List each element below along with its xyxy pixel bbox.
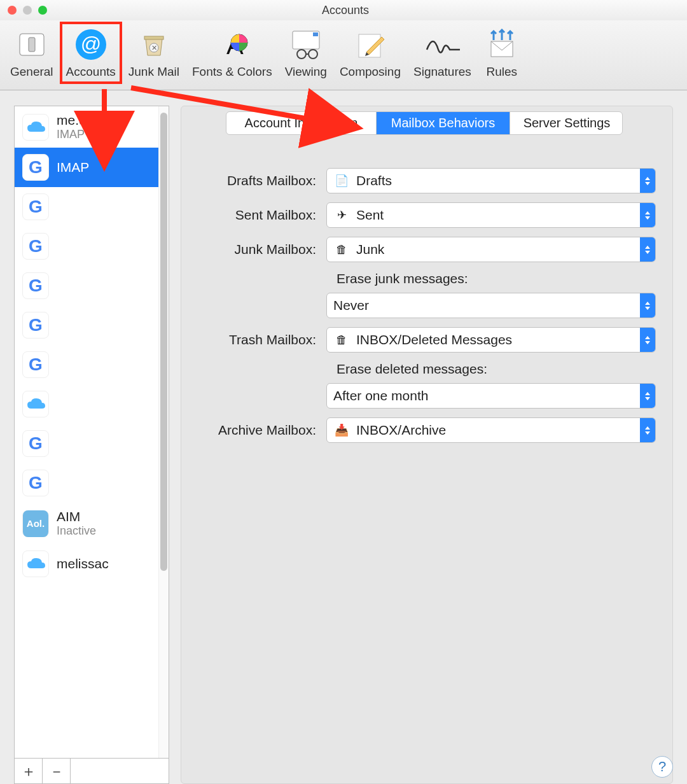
select-arrows-icon	[640, 203, 655, 227]
tab-account-information[interactable]: Account Information	[226, 112, 377, 134]
account-row[interactable]: GIMAP	[15, 148, 169, 187]
drafts-folder-icon: 📄	[333, 172, 350, 189]
drafts-label: Drafts Mailbox:	[193, 173, 326, 188]
select-arrows-icon	[640, 418, 655, 442]
trash-folder-icon: 🗑	[333, 332, 350, 348]
svg-text:@: @	[80, 32, 101, 55]
archive-label: Archive Mailbox:	[193, 423, 326, 438]
rules-icon	[484, 27, 520, 62]
account-row[interactable]: G	[15, 266, 169, 305]
prefs-toolbar: General @ Accounts ✕ Junk Mail A Fonts &…	[0, 20, 687, 90]
tab-mailbox-behaviors[interactable]: Mailbox Behaviors	[377, 112, 510, 134]
junk-label: Junk Mailbox:	[193, 242, 326, 257]
toolbar-accounts[interactable]: @ Accounts	[61, 23, 121, 83]
account-row[interactable]: Aol.AIMInactive	[15, 503, 169, 544]
google-icon: G	[22, 272, 49, 299]
toolbar-fonts-label: Fonts & Colors	[192, 65, 272, 79]
svg-rect-1	[29, 38, 35, 52]
fonts-colors-icon: A	[214, 27, 250, 62]
account-row[interactable]: melissac	[15, 544, 169, 584]
sent-label: Sent Mailbox:	[193, 207, 326, 223]
toolbar-rules[interactable]: Rules	[479, 23, 525, 83]
archive-folder-icon: 📥	[333, 422, 350, 438]
toolbar-accounts-label: Accounts	[66, 65, 116, 79]
account-row[interactable]: G	[15, 305, 169, 345]
toolbar-signatures[interactable]: Signatures	[408, 23, 476, 83]
account-row[interactable]: me.comIMAP	[15, 106, 169, 148]
zoom-window-button[interactable]	[38, 6, 47, 15]
svg-point-11	[297, 50, 306, 59]
google-icon: G	[22, 430, 49, 457]
svg-point-12	[309, 50, 317, 59]
svg-rect-4	[144, 36, 163, 39]
scrollbar-thumb[interactable]	[160, 113, 167, 571]
signature-icon	[424, 27, 460, 62]
help-button[interactable]: ?	[651, 756, 673, 778]
titlebar: Accounts	[0, 0, 687, 20]
icloud-icon	[22, 391, 49, 417]
toolbar-composing-label: Composing	[340, 65, 401, 79]
erase-deleted-select[interactable]: After one month	[326, 383, 656, 409]
trash-icon: ✕	[136, 27, 172, 62]
toolbar-composing[interactable]: Composing	[335, 23, 406, 83]
minimize-window-button[interactable]	[23, 6, 32, 15]
erase-junk-label: Erase junk messages:	[337, 271, 656, 286]
toolbar-viewing-label: Viewing	[285, 65, 327, 79]
toolbar-general-label: General	[10, 65, 53, 79]
composing-icon	[352, 27, 388, 62]
toolbar-junk-label: Junk Mail	[128, 65, 179, 79]
sent-mailbox-select[interactable]: ✈︎Sent	[326, 202, 656, 228]
toolbar-signatures-label: Signatures	[413, 65, 471, 79]
general-icon	[14, 27, 50, 62]
icloud-icon	[22, 550, 49, 577]
erase-deleted-label: Erase deleted messages:	[337, 361, 656, 377]
accounts-list[interactable]: me.comIMAPGIMAPGGGGGGGAol.AIMInactivemel…	[15, 106, 169, 758]
google-icon: G	[22, 312, 49, 339]
window-title: Accounts	[47, 4, 644, 17]
sent-folder-icon: ✈︎	[333, 207, 350, 223]
drafts-mailbox-select[interactable]: 📄Drafts	[326, 168, 656, 193]
erase-junk-select[interactable]: Never	[326, 293, 656, 318]
google-icon: G	[22, 470, 49, 496]
svg-rect-10	[313, 32, 318, 36]
account-add-remove-bar: ＋ －	[15, 758, 169, 783]
select-arrows-icon	[640, 237, 655, 262]
select-arrows-icon	[640, 293, 655, 318]
account-row[interactable]: G	[15, 424, 169, 463]
google-icon: G	[22, 351, 49, 378]
toolbar-rules-label: Rules	[487, 65, 518, 79]
viewing-icon	[288, 27, 324, 62]
select-arrows-icon	[640, 169, 655, 193]
junk-mailbox-select[interactable]: 🗑Junk	[326, 237, 656, 262]
tab-server-settings[interactable]: Server Settings	[510, 112, 623, 134]
trash-label: Trash Mailbox:	[193, 332, 326, 347]
account-row[interactable]: G	[15, 187, 169, 227]
add-account-button[interactable]: ＋	[15, 759, 43, 783]
toolbar-junk[interactable]: ✕ Junk Mail	[123, 23, 184, 83]
scrollbar[interactable]	[158, 106, 169, 758]
icloud-icon	[22, 114, 49, 141]
junk-folder-icon: 🗑	[333, 241, 350, 258]
account-detail-panel: Account Information Mailbox Behaviors Se…	[181, 106, 673, 784]
google-icon: G	[22, 193, 49, 220]
accounts-sidebar: me.comIMAPGIMAPGGGGGGGAol.AIMInactivemel…	[14, 106, 169, 784]
trash-mailbox-select[interactable]: 🗑INBOX/Deleted Messages	[326, 327, 656, 353]
account-row[interactable]: G	[15, 227, 169, 266]
account-row[interactable]: G	[15, 463, 169, 503]
close-window-button[interactable]	[8, 6, 17, 15]
toolbar-general[interactable]: General	[5, 23, 59, 83]
at-sign-icon: @	[73, 27, 109, 62]
window-controls	[8, 6, 47, 15]
toolbar-fonts[interactable]: A Fonts & Colors	[187, 23, 277, 83]
remove-account-button[interactable]: －	[43, 759, 71, 783]
toolbar-viewing[interactable]: Viewing	[280, 23, 332, 83]
google-icon: G	[22, 154, 49, 181]
account-row[interactable]	[15, 384, 169, 424]
account-row[interactable]: G	[15, 345, 169, 384]
account-tabs: Account Information Mailbox Behaviors Se…	[226, 111, 623, 135]
select-arrows-icon	[640, 328, 655, 352]
select-arrows-icon	[640, 384, 655, 408]
svg-text:✕: ✕	[151, 44, 156, 52]
archive-mailbox-select[interactable]: 📥INBOX/Archive	[326, 417, 656, 443]
google-icon: G	[22, 233, 49, 260]
